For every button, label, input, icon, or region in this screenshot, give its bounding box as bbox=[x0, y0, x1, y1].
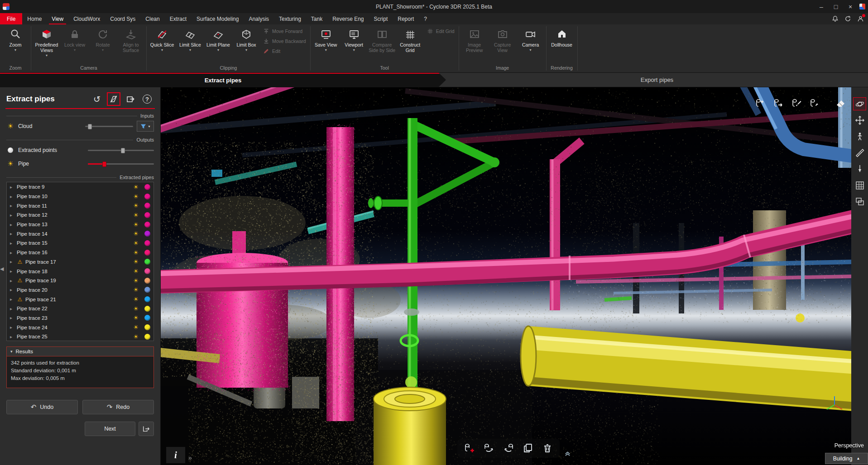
visibility-sun-icon[interactable]: ☀ bbox=[133, 277, 139, 284]
limit-slice-button[interactable]: Limit Slice ▾ bbox=[176, 25, 204, 65]
limit-box-button[interactable]: Limit Box ▾ bbox=[232, 25, 260, 65]
align-to-surface-button[interactable]: Align to Surface bbox=[117, 25, 145, 65]
menu-tab[interactable]: Coord Sys bbox=[105, 13, 140, 24]
notifications-bell-icon[interactable] bbox=[831, 15, 839, 23]
cloud-filter-dropdown[interactable]: ▾ bbox=[137, 121, 154, 132]
history-button[interactable]: ↺ bbox=[90, 92, 104, 106]
pipe-color-swatch[interactable] bbox=[144, 324, 150, 330]
menu-tab[interactable]: File bbox=[0, 13, 22, 24]
pipe-color-swatch[interactable] bbox=[144, 306, 150, 312]
cloud-opacity-slider[interactable] bbox=[85, 123, 133, 130]
menu-tab[interactable]: Clean bbox=[140, 13, 164, 24]
save-view-button[interactable]: Save View ▾ bbox=[312, 25, 340, 65]
redo-button[interactable]: ↷ Redo bbox=[82, 400, 154, 414]
pipe-color-swatch[interactable] bbox=[144, 240, 150, 246]
row-expander-icon[interactable]: ▸ bbox=[10, 203, 14, 208]
pipe-trace-row[interactable]: ▸ ⚠ Pipe trace 24 ☀ bbox=[7, 323, 153, 332]
row-expander-icon[interactable]: ▸ bbox=[10, 250, 14, 255]
visibility-sun-icon[interactable]: ☀ bbox=[6, 122, 14, 130]
move-backward-button[interactable]: Move Backward bbox=[263, 38, 306, 44]
menu-tab[interactable]: Extract bbox=[165, 13, 192, 24]
pipe-color-swatch[interactable] bbox=[144, 231, 150, 237]
capture-view-button[interactable]: Capture View bbox=[489, 25, 517, 65]
dock-pan-button[interactable] bbox=[853, 114, 866, 127]
pipe-trace-row[interactable]: ▸ ⚠ Pipe trace 13 ☀ bbox=[7, 220, 153, 229]
visibility-sun-icon[interactable]: ☀ bbox=[133, 202, 139, 209]
pipe-color-swatch[interactable] bbox=[144, 184, 150, 190]
pipe-color-swatch[interactable] bbox=[144, 259, 150, 265]
row-expander-icon[interactable]: ▸ bbox=[10, 194, 14, 199]
trace-backward-button[interactable] bbox=[503, 442, 514, 454]
visibility-sun-icon[interactable]: ☀ bbox=[133, 268, 139, 275]
extracted-pipes-list[interactable]: ▸ ⚠ Pipe trace 9 ☀ ▸ ⚠ Pipe trace 10 ☀ bbox=[6, 182, 154, 341]
pipe-trace-row[interactable]: ▸ ⚠ Pipe trace 16 ☀ bbox=[7, 248, 153, 257]
tab-extract-pipes[interactable]: Extract pipes bbox=[0, 73, 446, 87]
visibility-sun-icon[interactable]: ☀ bbox=[133, 249, 139, 256]
pipe-color-swatch[interactable] bbox=[144, 278, 150, 284]
visibility-sun-icon[interactable]: ☀ bbox=[133, 286, 139, 293]
pipe-color-swatch[interactable] bbox=[144, 296, 150, 302]
predefined-views-button[interactable]: Predefined Views ▾ bbox=[33, 25, 61, 65]
delete-button[interactable] bbox=[542, 442, 553, 454]
free-selection-button[interactable] bbox=[124, 92, 137, 106]
menu-tab[interactable]: Reverse Eng bbox=[327, 13, 369, 24]
menu-tab[interactable]: Report bbox=[393, 13, 419, 24]
rotate-button[interactable]: Rotate ▾ bbox=[89, 25, 117, 65]
visibility-sun-icon[interactable]: ☀ bbox=[133, 221, 139, 228]
row-expander-icon[interactable]: ▸ bbox=[10, 185, 14, 190]
pipe-trace-row[interactable]: ▸ ⚠ Pipe trace 18 ☀ bbox=[7, 266, 153, 276]
pipe-trace-row[interactable]: ▸ ⚠ Pipe trace 19 ☀ bbox=[7, 276, 153, 285]
pipe-color-swatch[interactable] bbox=[144, 194, 150, 199]
pipe-trace-row[interactable]: ▸ ⚠ Pipe trace 12 ☀ bbox=[7, 210, 153, 220]
pipe-color-swatch[interactable] bbox=[144, 334, 150, 340]
pipe-select-button[interactable] bbox=[754, 97, 766, 109]
pipe-trace-row[interactable]: ▸ ⚠ Pipe trace 10 ☀ bbox=[7, 192, 153, 201]
collapse-toolbar-button[interactable] bbox=[564, 450, 571, 457]
undo-button[interactable]: ↶ Undo bbox=[6, 400, 78, 414]
pipe-color-swatch[interactable] bbox=[144, 315, 150, 321]
move-forward-button[interactable]: Move Forward bbox=[263, 28, 306, 34]
menu-tab[interactable]: Tank bbox=[306, 13, 327, 24]
row-expander-icon[interactable]: ▸ bbox=[10, 334, 14, 339]
next-button[interactable]: Next bbox=[85, 422, 135, 436]
menu-tab[interactable]: CloudWorx bbox=[68, 13, 105, 24]
dock-plumb-button[interactable] bbox=[853, 162, 866, 176]
construct-grid-button[interactable]: Construct Grid bbox=[396, 25, 424, 65]
minimize-button[interactable]: – bbox=[814, 0, 829, 13]
pipe-trace-row[interactable]: ▸ ⚠ Pipe trace 17 ☀ bbox=[7, 257, 153, 267]
pipe-trace-row[interactable]: ▸ ⚠ Pipe trace 9 ☀ bbox=[7, 182, 153, 192]
visibility-sun-icon[interactable]: ☀ bbox=[133, 212, 139, 218]
image-preview-button[interactable]: Image Preview bbox=[460, 25, 489, 65]
pipe-trace-row[interactable]: ▸ ⚠ Pipe trace 25 ☀ bbox=[7, 332, 153, 341]
zoom-button[interactable]: Zoom ▾ bbox=[1, 25, 29, 65]
row-expander-icon[interactable]: ▸ bbox=[10, 269, 14, 274]
menu-tab[interactable]: View bbox=[47, 13, 68, 24]
visibility-sun-icon[interactable]: ☀ bbox=[133, 240, 139, 247]
pipe-trace-row[interactable]: ▸ ⚠ Pipe trace 20 ☀ bbox=[7, 285, 153, 295]
edit-clipping-button[interactable]: Edit bbox=[263, 48, 306, 54]
collapse-panel-handle[interactable]: ◀ bbox=[0, 266, 4, 272]
edit-grid-button[interactable]: Edit Grid bbox=[427, 28, 455, 34]
export-step-button[interactable] bbox=[139, 422, 154, 436]
menu-tab[interactable]: Analysis bbox=[244, 13, 274, 24]
menu-tab[interactable]: ? bbox=[419, 13, 432, 24]
close-button[interactable]: × bbox=[843, 0, 858, 13]
row-expander-icon[interactable]: ▸ bbox=[10, 222, 14, 227]
pipe-trace-row[interactable]: ▸ ⚠ Pipe trace 21 ☀ bbox=[7, 294, 153, 304]
dock-grid-button[interactable] bbox=[853, 179, 866, 192]
lock-view-button[interactable]: Lock view ▾ bbox=[61, 25, 89, 65]
eraser-button[interactable] bbox=[835, 97, 847, 109]
row-expander-icon[interactable]: ▸ bbox=[10, 306, 14, 311]
pipe-color-swatch[interactable] bbox=[144, 203, 150, 209]
visibility-sun-icon[interactable]: ☀ bbox=[133, 258, 139, 265]
user-account-icon[interactable] bbox=[856, 15, 864, 23]
pipe-trace-row[interactable]: ▸ ⚠ Pipe trace 11 ☀ bbox=[7, 201, 153, 210]
results-header[interactable]: ▾ Results bbox=[7, 347, 153, 356]
menu-tab[interactable]: Texturing bbox=[274, 13, 306, 24]
help-button[interactable]: ? bbox=[140, 92, 154, 106]
maximize-button[interactable]: □ bbox=[829, 0, 843, 13]
compare-side-by-side-button[interactable]: Compare Side by Side bbox=[368, 25, 396, 65]
pipe-trace-row[interactable]: ▸ ⚠ Pipe trace 14 ☀ bbox=[7, 229, 153, 238]
row-expander-icon[interactable]: ▸ bbox=[10, 315, 14, 320]
viewport-button[interactable]: Viewport ▾ bbox=[340, 25, 368, 65]
